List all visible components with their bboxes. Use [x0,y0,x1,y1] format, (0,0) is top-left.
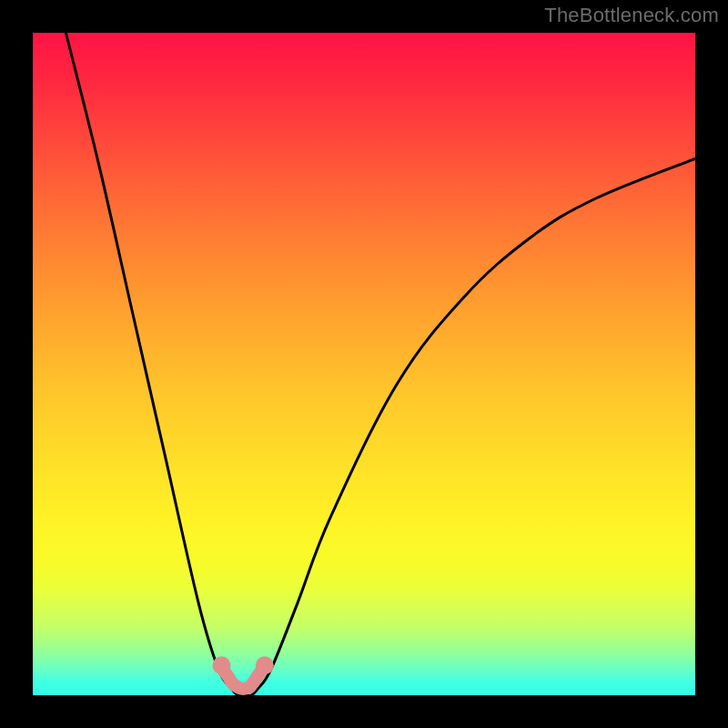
plot-area [33,33,695,695]
chart-frame: TheBottleneck.com [0,0,728,728]
svg-point-1 [256,656,274,674]
curve-layer [33,33,695,695]
watermark-text: TheBottleneck.com [544,4,719,27]
svg-point-0 [212,656,230,674]
highlight-pink [212,656,273,689]
bottleneck-curve [66,33,695,696]
